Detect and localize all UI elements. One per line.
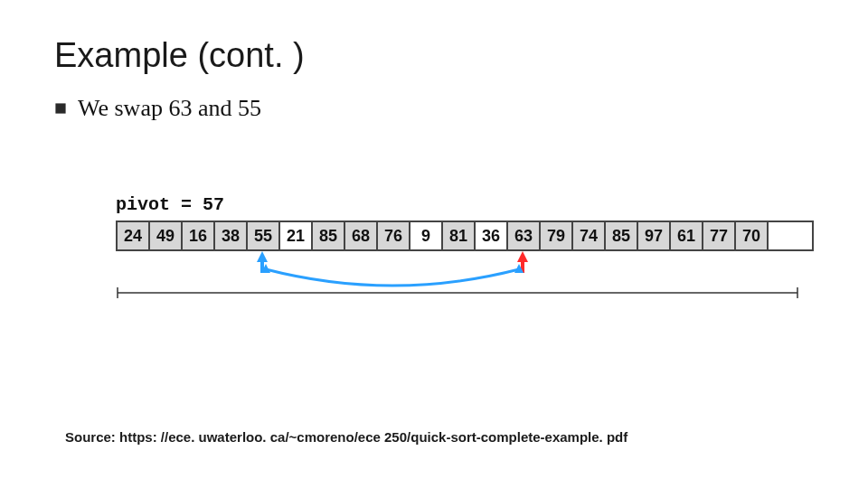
bullet-icon — [54, 102, 67, 115]
array-cell: 61 — [671, 222, 703, 249]
array-cell: 76 — [378, 222, 410, 249]
range-bracket — [112, 284, 817, 302]
array-cell: 79 — [541, 222, 573, 249]
svg-rect-0 — [55, 103, 65, 113]
array-cell: 81 — [443, 222, 476, 249]
array-cell: 38 — [215, 222, 248, 249]
array-cell: 70 — [736, 222, 769, 249]
array-cell: 85 — [606, 222, 638, 249]
array-cell: 74 — [573, 222, 606, 249]
array-cell: 21 — [280, 222, 313, 249]
array-cell: 77 — [703, 222, 736, 249]
array-diagram: 244916385521856876981366379748597617770 — [116, 221, 814, 251]
statement-text: We swap 63 and 55 — [78, 95, 261, 122]
array-cell — [769, 222, 801, 249]
pivot-label: pivot = 57 — [116, 194, 814, 215]
array-cell: 63 — [508, 222, 541, 249]
array-cell: 68 — [345, 222, 378, 249]
array-cell: 24 — [118, 222, 150, 249]
array-cell: 9 — [410, 222, 443, 249]
array-cell: 55 — [248, 222, 280, 249]
array-cell: 36 — [476, 222, 508, 249]
array-cell: 16 — [183, 222, 215, 249]
statement-row: We swap 63 and 55 — [54, 95, 814, 122]
source-citation: Source: https: //ece. uwaterloo. ca/~cmo… — [65, 429, 627, 445]
array-cell: 85 — [313, 222, 345, 249]
array-cell: 97 — [638, 222, 671, 249]
page-title: Example (cont. ) — [54, 36, 814, 75]
array-row: 244916385521856876981366379748597617770 — [116, 221, 814, 251]
array-cell: 49 — [150, 222, 183, 249]
